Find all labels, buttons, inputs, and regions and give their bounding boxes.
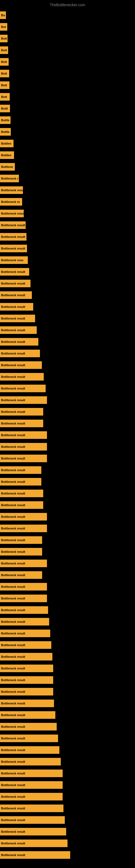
bar-row: Bottleneck result bbox=[0, 770, 63, 777]
bar-row: Bottleneck result bbox=[0, 245, 27, 252]
bar: Bottleneck result bbox=[0, 350, 40, 357]
bar: Bottleneck result bbox=[0, 221, 26, 229]
bar-row: Bottleneck result bbox=[0, 303, 33, 311]
bar-row: Bott bbox=[0, 70, 9, 77]
bar: Bottleneck result bbox=[0, 571, 42, 579]
bar: Bottleneck result bbox=[0, 839, 68, 847]
bar-row: Bottle bbox=[0, 128, 11, 135]
bar: Bott bbox=[0, 46, 8, 54]
bar-row: Bott bbox=[0, 58, 9, 66]
bar-row: Bottleneck result bbox=[0, 315, 35, 322]
bar-row: Bottleneck result bbox=[0, 548, 42, 556]
bar: Bottleneck result bbox=[0, 595, 47, 602]
bar: Bottleneck result bbox=[0, 501, 43, 509]
bar-row: Bottleneck result bbox=[0, 664, 53, 672]
bar-row: Bottleneck result bbox=[0, 816, 65, 824]
bar-row: Bottleneck result bbox=[0, 268, 29, 276]
bar: Bottleneck result bbox=[0, 536, 42, 544]
bar-row: Bottleneck result bbox=[0, 210, 24, 217]
bar: Bottleneck result bbox=[0, 618, 49, 625]
bar-row: Bottleneck result bbox=[0, 641, 51, 649]
bar-row: Bottleneck result bbox=[0, 851, 70, 859]
bar-row: Bottleneck result bbox=[0, 536, 42, 544]
bar: Bot bbox=[0, 23, 7, 31]
bar-row: Bottleneck result bbox=[0, 490, 43, 497]
bar-row: Bottleneck result bbox=[0, 443, 47, 451]
bar-row: Bottle bbox=[0, 116, 10, 124]
bar-row: Bottleneck result bbox=[0, 571, 42, 579]
bar-row: Bottleneck result bbox=[0, 700, 54, 707]
bar: Bottleneck result bbox=[0, 186, 23, 194]
bar-row: Bottleneck result bbox=[0, 361, 42, 369]
bar: Bottleneck result bbox=[0, 210, 24, 217]
bar: Bottleneck result bbox=[0, 525, 47, 532]
bar: Bottleneck result bbox=[0, 396, 47, 404]
bar-row: Bottleneck result bbox=[0, 828, 66, 835]
bar: Bottlene bbox=[0, 163, 15, 170]
bar-row: Bottleneck result bbox=[0, 653, 52, 660]
bar: Bottleneck result bbox=[0, 478, 41, 486]
bar: Bottleneck result bbox=[0, 688, 53, 695]
bar: Bottleneck result bbox=[0, 548, 42, 556]
bar: Bottleneck result bbox=[0, 466, 41, 474]
bar-row: Bottleneck result bbox=[0, 338, 38, 346]
bar-row: Bottleneck result bbox=[0, 793, 63, 801]
bar-row: Bottleneck result bbox=[0, 723, 57, 731]
bar: Bottleneck result bbox=[0, 735, 58, 742]
bar-row: Bottleneck result bbox=[0, 291, 32, 299]
bar-row: Bottleneck result bbox=[0, 606, 48, 614]
bar-row: Bottleneck result bbox=[0, 618, 49, 625]
bar-row: Bottleneck result bbox=[0, 805, 63, 812]
bar: Bottlen bbox=[0, 151, 14, 159]
chart-container: BoBotBottBottBottBottBottBottBottlBottle… bbox=[0, 5, 135, 868]
bar: Bottleneck result bbox=[0, 746, 59, 754]
bar-row: Bottleneck result bbox=[0, 629, 50, 637]
bar-row: Bottleneck result bbox=[0, 326, 37, 334]
bar: Bottleneck result bbox=[0, 326, 37, 334]
bar: Bottleneck result bbox=[0, 490, 43, 497]
bar-row: Bottleneck result bbox=[0, 186, 23, 194]
bar-row: Bottleneck result bbox=[0, 233, 27, 241]
bar: Bottleneck result bbox=[0, 758, 61, 766]
bar: Bottleneck result bbox=[0, 384, 46, 392]
bar-row: Bottleneck result bbox=[0, 688, 53, 695]
bar: Bottleneck result bbox=[0, 851, 70, 859]
bar-row: Bott bbox=[0, 46, 8, 54]
bar-row: Bottleneck result bbox=[0, 711, 55, 719]
bar: Bottleneck result bbox=[0, 711, 55, 719]
bar: Bottleneck result bbox=[0, 583, 47, 590]
bar: Bottleneck result bbox=[0, 664, 53, 672]
bar: Bo bbox=[0, 11, 6, 19]
bar: Bott bbox=[0, 58, 9, 66]
bar-row: Bottleneck result bbox=[0, 525, 47, 532]
bar: Bottleneck resu bbox=[0, 256, 28, 264]
bar: Bottleneck result bbox=[0, 443, 47, 451]
bar: Bottle bbox=[0, 116, 10, 124]
bar-row: Bottleneck result bbox=[0, 455, 47, 462]
bar: Bottleneck result bbox=[0, 315, 35, 322]
bar: Bottleneck result bbox=[0, 781, 63, 789]
bar: Bottleneck result bbox=[0, 653, 52, 660]
bar: Bottleneck result bbox=[0, 338, 38, 346]
bar: Bottleneck result bbox=[0, 805, 63, 812]
bar: Bottleneck result bbox=[0, 641, 51, 649]
bar: Bottleneck result bbox=[0, 455, 47, 462]
bar: Bottleneck result bbox=[0, 816, 65, 824]
bar-row: Bottl bbox=[0, 105, 10, 112]
bar-row: Bottleneck result bbox=[0, 735, 58, 742]
bar-row: Bo bbox=[0, 11, 6, 19]
bar-row: Bott bbox=[0, 93, 10, 101]
bar: Bott bbox=[0, 82, 9, 89]
bar: Bott bbox=[0, 70, 9, 77]
bar-row: Bottlen bbox=[0, 151, 14, 159]
bar-row: Bottleneck r bbox=[0, 175, 19, 182]
bar-row: Bottleneck result bbox=[0, 676, 53, 684]
bar-row: Bottleneck result bbox=[0, 350, 40, 357]
bar: Bottleneck result bbox=[0, 373, 44, 380]
bar: Bottleneck result bbox=[0, 431, 47, 439]
bar: Bottleneck result bbox=[0, 513, 47, 521]
bar: Bottlen bbox=[0, 140, 13, 147]
bar: Bottleneck result bbox=[0, 280, 31, 287]
bar-row: Bottleneck result bbox=[0, 280, 31, 287]
bar: Bottleneck result bbox=[0, 770, 63, 777]
